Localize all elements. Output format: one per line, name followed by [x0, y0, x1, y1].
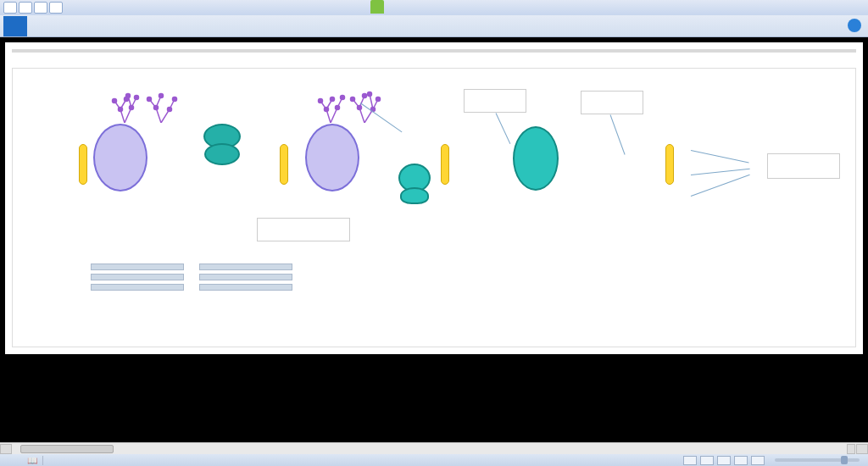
- svg-point-8: [173, 97, 177, 102]
- word-bank-item[interactable]: [91, 284, 184, 291]
- title-bar: [0, 0, 868, 15]
- svg-point-11: [319, 99, 323, 103]
- svg-point-5: [130, 106, 134, 110]
- ink-tools-contextual-tab[interactable]: [370, 0, 384, 14]
- document-heading[interactable]: [12, 49, 856, 53]
- svg-point-16: [351, 97, 355, 102]
- quick-access-toolbar: [0, 2, 63, 14]
- save-icon[interactable]: [19, 2, 32, 14]
- word-bank-item[interactable]: [199, 284, 292, 291]
- document-viewport[interactable]: [0, 37, 868, 442]
- cholesterol-icon: [79, 144, 87, 185]
- tab-insert[interactable]: [47, 15, 68, 37]
- split-handle[interactable]: [847, 444, 855, 454]
- word-bank-item[interactable]: [91, 274, 184, 280]
- answer-blank[interactable]: [767, 153, 840, 179]
- svg-point-6: [147, 97, 152, 102]
- answer-blank[interactable]: [581, 91, 643, 114]
- glycoprotein-icon: [144, 84, 178, 123]
- svg-point-15: [336, 106, 340, 110]
- svg-point-20: [358, 106, 362, 110]
- scroll-left-arrow-icon[interactable]: [0, 444, 12, 454]
- scroll-thumb[interactable]: [20, 445, 114, 453]
- svg-point-12: [331, 97, 335, 102]
- membrane-diagram: [12, 68, 856, 347]
- tab-pdf[interactable]: [170, 15, 190, 37]
- proofing-icon[interactable]: 📖: [27, 456, 43, 465]
- svg-point-7: [159, 94, 164, 98]
- tab-view[interactable]: [149, 15, 170, 37]
- tab-references[interactable]: [88, 15, 108, 37]
- horizontal-scrollbar[interactable]: [0, 442, 868, 454]
- svg-point-9: [154, 106, 159, 110]
- print-layout-view-button[interactable]: [683, 456, 697, 465]
- integral-protein-icon: [93, 124, 147, 191]
- glycoprotein-icon: [108, 84, 142, 123]
- draft-view-button[interactable]: [751, 456, 765, 465]
- glycoprotein-icon: [314, 84, 348, 123]
- help-icon[interactable]: [848, 19, 861, 32]
- zoom-slider-thumb[interactable]: [841, 456, 848, 464]
- word-bank-item[interactable]: [199, 264, 292, 270]
- svg-point-4: [119, 108, 123, 112]
- redo-icon[interactable]: [49, 2, 63, 14]
- svg-point-0: [113, 99, 117, 103]
- integral-protein-icon: [513, 126, 559, 191]
- tab-page-layout[interactable]: [68, 15, 88, 37]
- web-layout-view-button[interactable]: [717, 456, 731, 465]
- status-bar: 📖: [0, 454, 868, 466]
- svg-point-17: [363, 94, 367, 98]
- ribbon-tabs: [0, 15, 868, 37]
- answer-blank[interactable]: [464, 89, 526, 113]
- word-logo-icon: [3, 2, 17, 14]
- word-bank-item[interactable]: [91, 264, 184, 270]
- phospholipid-bilayer: [55, 135, 813, 194]
- tab-review[interactable]: [129, 15, 149, 37]
- tab-mailings[interactable]: [108, 15, 129, 37]
- answer-blank[interactable]: [257, 218, 350, 241]
- glycoprotein-icon: [348, 84, 381, 123]
- scroll-right-arrow-icon[interactable]: [856, 444, 868, 454]
- full-screen-view-button[interactable]: [700, 456, 714, 465]
- outline-view-button[interactable]: [734, 456, 748, 465]
- svg-point-13: [341, 96, 345, 100]
- integral-protein-icon: [305, 124, 359, 191]
- svg-point-3: [126, 94, 131, 98]
- undo-icon[interactable]: [34, 2, 47, 14]
- svg-point-2: [135, 96, 139, 100]
- cholesterol-icon: [441, 144, 449, 185]
- peripheral-protein-icon: [400, 187, 429, 204]
- svg-point-18: [376, 97, 381, 102]
- svg-point-10: [168, 108, 172, 112]
- tab-pens[interactable]: [190, 15, 210, 37]
- peripheral-protein-icon: [204, 143, 240, 165]
- cholesterol-icon: [665, 144, 674, 185]
- svg-point-14: [325, 108, 329, 112]
- tab-home[interactable]: [27, 15, 47, 37]
- svg-point-19: [368, 92, 372, 97]
- word-bank-item[interactable]: [199, 274, 292, 280]
- cholesterol-icon: [280, 144, 288, 185]
- scroll-track[interactable]: [12, 444, 846, 454]
- file-tab[interactable]: [3, 16, 27, 36]
- zoom-slider[interactable]: [775, 458, 860, 462]
- word-bank: [91, 264, 292, 291]
- document-page[interactable]: [5, 42, 863, 354]
